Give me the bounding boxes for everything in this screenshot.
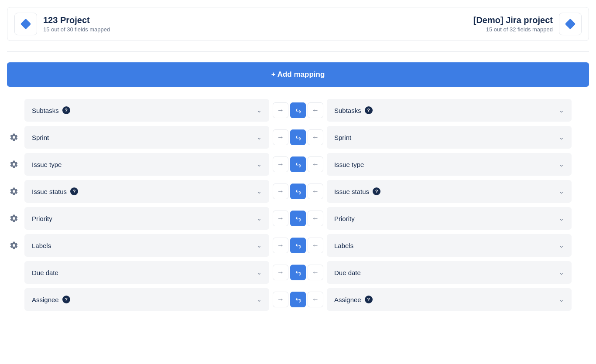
right-chevron-issue-status: ⌄	[559, 188, 564, 195]
left-chevron-sprint: ⌄	[257, 134, 262, 141]
right-field-priority[interactable]: Priority⌄	[327, 207, 572, 230]
gear-wrap-issue-status[interactable]	[7, 187, 21, 196]
left-field-label-issue-status: Issue status?	[32, 187, 78, 195]
right-project-name: [Demo] Jira project	[473, 15, 553, 25]
right-arrow-btn-due-date[interactable]: →	[273, 265, 288, 280]
left-arrow-btn-priority[interactable]: ←	[308, 211, 323, 226]
left-field-labels[interactable]: Labels⌄	[24, 234, 269, 257]
arrow-controls-priority: →⇆←	[273, 211, 323, 226]
left-field-label-issue-type: Issue type	[32, 161, 62, 168]
left-help-badge-assignee[interactable]: ?	[62, 296, 70, 303]
right-arrow-btn-sprint[interactable]: →	[273, 129, 288, 145]
mapping-row-issue-type: Issue type⌄→⇆←Issue type⌄	[7, 153, 589, 176]
right-field-issue-status[interactable]: Issue status?⌄	[327, 180, 572, 203]
sync-btn-issue-status[interactable]: ⇆	[290, 184, 306, 199]
gear-icon-issue-type[interactable]	[10, 160, 18, 169]
left-diamond-icon	[20, 18, 32, 30]
left-field-assignee[interactable]: Assignee?⌄	[24, 288, 269, 311]
right-project-info: [Demo] Jira project 15 out of 32 fields …	[473, 13, 582, 35]
right-help-badge-subtasks[interactable]: ?	[365, 106, 373, 114]
right-chevron-priority: ⌄	[559, 215, 564, 222]
right-field-label-due-date: Due date	[334, 269, 361, 276]
right-field-subtasks[interactable]: Subtasks?⌄	[327, 99, 572, 122]
right-field-label-issue-type: Issue type	[334, 161, 364, 168]
right-field-labels[interactable]: Labels⌄	[327, 234, 572, 257]
svg-rect-0	[21, 19, 31, 30]
header-section: 123 Project 15 out of 30 fields mapped […	[7, 7, 589, 41]
mapping-row-subtasks: Subtasks?⌄→⇆←Subtasks?⌄	[7, 99, 589, 122]
arrow-controls-assignee: →⇆←	[273, 292, 323, 307]
right-chevron-subtasks: ⌄	[559, 107, 564, 114]
right-field-assignee[interactable]: Assignee?⌄	[327, 288, 572, 311]
sync-btn-labels[interactable]: ⇆	[290, 238, 306, 253]
gear-icon-issue-status[interactable]	[10, 187, 18, 196]
left-arrow-btn-labels[interactable]: ←	[308, 238, 323, 253]
left-arrow-btn-issue-type[interactable]: ←	[308, 156, 323, 172]
right-chevron-sprint: ⌄	[559, 134, 564, 141]
gear-wrap-sprint[interactable]	[7, 133, 21, 142]
right-chevron-assignee: ⌄	[559, 296, 564, 303]
left-field-label-assignee: Assignee?	[32, 296, 70, 303]
mapping-row-priority: Priority⌄→⇆←Priority⌄	[7, 207, 589, 230]
mapping-row-due-date: Due date⌄→⇆←Due date⌄	[7, 261, 589, 284]
left-chevron-due-date: ⌄	[257, 269, 262, 276]
left-chevron-assignee: ⌄	[257, 296, 262, 303]
right-arrow-btn-labels[interactable]: →	[273, 238, 288, 253]
left-arrow-btn-subtasks[interactable]: ←	[308, 102, 323, 118]
left-arrow-btn-sprint[interactable]: ←	[308, 129, 323, 145]
left-help-badge-issue-status[interactable]: ?	[70, 187, 78, 195]
right-project-icon	[559, 13, 582, 35]
gear-wrap-priority[interactable]	[7, 214, 21, 223]
right-arrow-btn-priority[interactable]: →	[273, 211, 288, 226]
left-project-info: 123 Project 15 out of 30 fields mapped	[14, 13, 110, 35]
gear-wrap-issue-type[interactable]	[7, 160, 21, 169]
right-arrow-btn-subtasks[interactable]: →	[273, 102, 288, 118]
left-field-due-date[interactable]: Due date⌄	[24, 261, 269, 284]
left-chevron-issue-status: ⌄	[257, 188, 262, 195]
left-field-label-labels: Labels	[32, 242, 51, 249]
left-field-label-priority: Priority	[32, 215, 52, 222]
sync-btn-issue-type[interactable]: ⇆	[290, 156, 306, 172]
left-help-badge-subtasks[interactable]: ?	[62, 106, 70, 114]
right-chevron-labels: ⌄	[559, 242, 564, 249]
left-field-label-sprint: Sprint	[32, 134, 49, 141]
right-help-badge-assignee[interactable]: ?	[365, 296, 373, 303]
sync-btn-sprint[interactable]: ⇆	[290, 129, 306, 145]
left-field-priority[interactable]: Priority⌄	[24, 207, 269, 230]
right-field-due-date[interactable]: Due date⌄	[327, 261, 572, 284]
right-field-issue-type[interactable]: Issue type⌄	[327, 153, 572, 176]
sync-btn-assignee[interactable]: ⇆	[290, 292, 306, 307]
left-project-name: 123 Project	[43, 15, 110, 25]
right-help-badge-issue-status[interactable]: ?	[373, 187, 380, 195]
header-divider	[7, 51, 589, 52]
sync-btn-priority[interactable]: ⇆	[290, 211, 306, 226]
gear-icon-labels[interactable]	[10, 241, 18, 250]
left-chevron-issue-type: ⌄	[257, 161, 262, 168]
gear-wrap-labels[interactable]	[7, 241, 21, 250]
sync-btn-subtasks[interactable]: ⇆	[290, 102, 306, 118]
right-field-label-assignee: Assignee?	[334, 296, 373, 303]
left-field-issue-type[interactable]: Issue type⌄	[24, 153, 269, 176]
left-field-sprint[interactable]: Sprint⌄	[24, 126, 269, 149]
right-field-label-labels: Labels	[334, 242, 353, 249]
left-field-issue-status[interactable]: Issue status?⌄	[24, 180, 269, 203]
left-field-label-subtasks: Subtasks?	[32, 106, 70, 114]
add-mapping-button[interactable]: + Add mapping	[7, 62, 589, 87]
svg-rect-1	[565, 19, 576, 30]
right-arrow-btn-issue-type[interactable]: →	[273, 156, 288, 172]
left-project-fields: 15 out of 30 fields mapped	[43, 26, 110, 33]
mapping-row-sprint: Sprint⌄→⇆←Sprint⌄	[7, 126, 589, 149]
left-arrow-btn-assignee[interactable]: ←	[308, 292, 323, 307]
left-field-subtasks[interactable]: Subtasks?⌄	[24, 99, 269, 122]
gear-icon-priority[interactable]	[10, 214, 18, 223]
right-arrow-btn-assignee[interactable]: →	[273, 292, 288, 307]
left-arrow-btn-due-date[interactable]: ←	[308, 265, 323, 280]
right-project-text: [Demo] Jira project 15 out of 32 fields …	[473, 15, 553, 33]
sync-btn-due-date[interactable]: ⇆	[290, 265, 306, 280]
gear-icon-sprint[interactable]	[10, 133, 18, 142]
right-field-sprint[interactable]: Sprint⌄	[327, 126, 572, 149]
arrow-controls-issue-status: →⇆←	[273, 184, 323, 199]
arrow-controls-issue-type: →⇆←	[273, 156, 323, 172]
right-arrow-btn-issue-status[interactable]: →	[273, 184, 288, 199]
left-arrow-btn-issue-status[interactable]: ←	[308, 184, 323, 199]
